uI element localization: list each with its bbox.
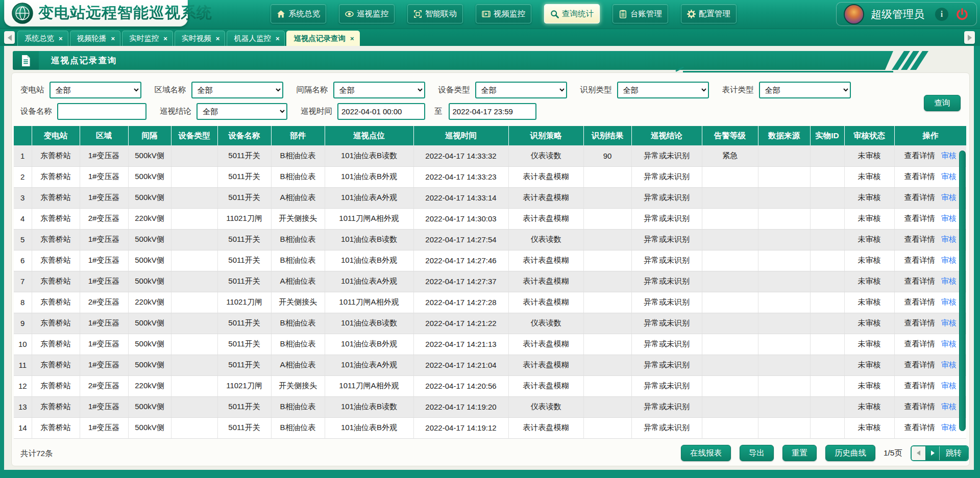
next-page-icon[interactable] [925,446,939,460]
filter-group-time: 巡视时间 [301,103,425,120]
table-cell: 11021刀闸 [217,208,271,229]
search-button[interactable]: 查询 [924,95,961,111]
filter-select[interactable]: 全部 [333,82,425,98]
view-detail-link[interactable]: 查看详情 [904,151,935,160]
audit-link[interactable]: 审核 [941,297,957,306]
table-cell: 1#变压器 [80,334,128,355]
audit-link[interactable]: 审核 [941,214,957,222]
tab-close-icon[interactable]: × [216,35,220,42]
view-detail-link[interactable]: 查看详情 [904,235,935,243]
audit-link[interactable]: 审核 [941,318,957,327]
filter-label: 变电站 [20,85,44,95]
table-cell [583,396,631,417]
tab-scroll-right-icon[interactable] [964,31,975,44]
history-curve-button[interactable]: 历史曲线 [825,445,875,461]
jump-button[interactable]: 跳转 [939,446,968,460]
tab-6[interactable]: 巡视点记录查询× [286,31,359,46]
audit-link[interactable]: 审核 [941,423,957,432]
info-icon[interactable]: i [935,8,948,21]
time-to-input[interactable] [449,103,536,120]
filter-select[interactable]: 全部 [759,82,851,98]
tab-2[interactable]: 视频轮播× [70,31,121,46]
view-detail-link[interactable]: 查看详情 [904,318,935,327]
prev-page-icon[interactable] [912,446,925,460]
table-cell [702,355,758,375]
filter-select[interactable]: 全部 [50,82,141,98]
nav-clipboard[interactable]: 台账管理 [612,4,668,23]
table-cell: B相油位表 [271,417,325,438]
reset-button[interactable]: 重置 [782,445,817,461]
table-cell: 东善桥站 [32,417,80,438]
audit-link[interactable]: 审核 [941,235,957,243]
logout-power-icon[interactable] [955,7,969,21]
audit-link[interactable]: 审核 [941,172,957,181]
table-cell: 东善桥站 [32,187,80,208]
filter-select[interactable]: 全部 [475,82,567,98]
table-cell: 未审核 [844,229,894,250]
online-report-button[interactable]: 在线报表 [681,445,731,461]
table-cell: 2 [14,166,32,187]
table-row: 14东善桥站1#变压器500kV侧5011开关B相油位表101油位表B外观202… [14,417,966,438]
view-detail-link[interactable]: 查看详情 [904,360,935,369]
view-detail-link[interactable]: 查看详情 [904,193,935,202]
tab-close-icon[interactable]: × [59,35,63,42]
filter-select[interactable]: 全部 [617,82,709,98]
filter-select[interactable]: 全部 [191,82,283,98]
view-detail-link[interactable]: 查看详情 [904,276,935,285]
table-cell: B相油位表 [271,250,325,271]
tab-1[interactable]: 系统总览× [17,31,68,46]
footer-actions: 在线报表导出重置历史曲线 1/5页 跳转 [681,445,969,461]
app-title: 变电站远程智能巡视系统 [38,3,212,23]
table-cell: 东善桥站 [32,208,80,229]
conclusion-label: 巡视结论 [160,106,191,117]
tab-close-icon[interactable]: × [111,35,115,42]
time-from-input[interactable] [337,103,425,120]
tab-4[interactable]: 实时视频× [175,31,226,46]
audit-link[interactable]: 审核 [941,193,957,202]
table-cell: 2022-04-17 14:21:22 [413,313,508,334]
nav-link[interactable]: 智能联动 [407,4,463,23]
table-cell: 11 [14,355,32,375]
table-scrollbar[interactable] [959,150,966,431]
tab-close-icon[interactable]: × [350,35,354,42]
audit-link[interactable]: 审核 [941,360,957,369]
view-detail-link[interactable]: 查看详情 [904,381,935,390]
view-detail-link[interactable]: 查看详情 [904,402,935,411]
view-detail-link[interactable]: 查看详情 [904,172,935,181]
nav-video[interactable]: 视频监控 [476,4,531,23]
tab-scroll-left-icon[interactable] [4,31,15,44]
audit-link[interactable]: 审核 [941,381,957,390]
tab-close-icon[interactable]: × [163,35,167,42]
audit-link[interactable]: 审核 [941,151,957,160]
table-cell: 5011开关 [217,355,271,375]
view-detail-link[interactable]: 查看详情 [904,214,935,222]
view-detail-link[interactable]: 查看详情 [904,423,935,432]
audit-link[interactable]: 审核 [941,402,957,411]
tab-close-icon[interactable]: × [276,35,280,42]
view-detail-link[interactable]: 查看详情 [904,297,935,306]
nav-search[interactable]: 查询统计 [544,4,600,23]
avatar[interactable] [844,4,864,24]
conclusion-select[interactable]: 全部 [197,103,287,120]
audit-link[interactable]: 审核 [941,256,957,264]
table-row: 12东善桥站2#变压器220kV侧11021刀闸开关侧接头1011刀闸A相外观2… [14,375,966,396]
tab-5[interactable]: 机器人监控× [227,31,285,46]
audit-link[interactable]: 审核 [941,339,957,348]
table-cell: 东善桥站 [32,375,80,396]
view-detail-link[interactable]: 查看详情 [904,256,935,264]
tab-3[interactable]: 实时监控× [122,31,173,46]
table-cell: 异常或未识别 [631,355,702,375]
nav-eye[interactable]: 巡视监控 [339,4,395,23]
export-button[interactable]: 导出 [740,445,774,461]
column-header: 数据来源 [758,126,810,145]
table-cell: B相油位表 [271,145,325,166]
nav-home[interactable]: 系统总览 [271,4,326,23]
view-detail-link[interactable]: 查看详情 [904,339,935,348]
table-cell [758,250,810,271]
table-cell: 2#变压器 [80,375,128,396]
table-cell [171,208,217,229]
nav-gear[interactable]: 配置管理 [681,4,737,23]
audit-link[interactable]: 审核 [941,276,957,285]
table-cell [758,417,810,438]
device-name-input[interactable] [57,103,146,120]
